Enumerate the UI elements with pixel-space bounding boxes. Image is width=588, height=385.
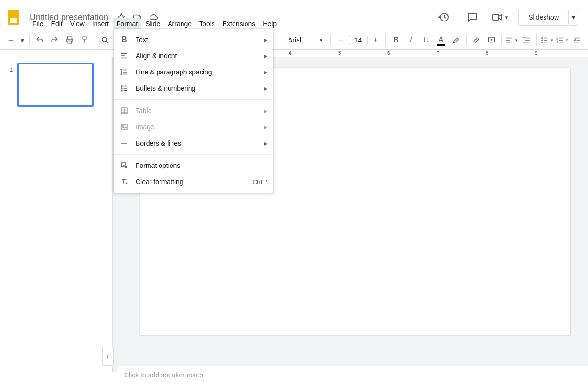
ruler-mark: 5 [338,51,341,56]
dropdown-format-options[interactable]: Format options [114,157,273,174]
history-icon[interactable] [434,8,453,27]
text-color-button[interactable]: A [434,33,449,47]
dropdown-clear-label: Clear formatting [136,178,183,186]
print-button[interactable] [63,33,77,47]
chevron-right-icon: ▶ [264,86,267,91]
menu-insert[interactable]: Insert [88,18,113,30]
decrease-indent-button[interactable] [570,33,584,47]
decrease-font-size-button[interactable]: − [333,33,348,47]
underline-button[interactable]: U [419,33,433,47]
svg-point-12 [542,42,543,43]
numbered-list-button[interactable]: 123▼ [555,33,569,47]
toolbar: ▾ Arial▼ − + B I U A ▼ ▼ 123▼ [0,31,588,50]
svg-point-16 [121,85,122,86]
chevron-right-icon: ▶ [264,141,267,146]
chevron-right-icon: ▶ [264,53,267,59]
meet-icon[interactable]: ▼ [492,8,509,27]
menu-tools[interactable]: Tools [195,18,219,30]
line-spacing-button[interactable] [520,33,534,47]
main-area: 1 ‹ [0,57,588,372]
font-family-select[interactable]: Arial▼ [284,34,327,46]
svg-rect-4 [493,14,499,20]
dropdown-clear-formatting[interactable]: Clear formatting Ctrl+\ [114,174,273,190]
menu-view[interactable]: View [66,18,88,30]
menu-arrange[interactable]: Arrange [164,18,195,30]
insert-link-button[interactable] [469,33,483,47]
dropdown-format-options-label: Format options [136,162,180,169]
dropdown-separator [114,99,273,100]
slideshow-dropdown-button[interactable]: ▾ [569,9,578,26]
undo-button[interactable] [32,33,47,47]
dropdown-table-label: Table [136,107,151,114]
slide-thumbnail-1[interactable] [17,63,94,107]
dropdown-align-indent[interactable]: Align & indent ▶ [114,48,273,64]
table-icon [119,106,129,115]
italic-button[interactable]: I [404,33,418,47]
dropdown-separator [114,154,273,155]
menu-edit[interactable]: Edit [47,18,66,30]
format-options-icon [119,161,129,170]
dropdown-spacing-label: Line & paragraph spacing [136,68,212,76]
svg-rect-20 [121,124,127,130]
menu-extensions[interactable]: Extensions [219,18,259,30]
bulleted-list-button[interactable]: ▼ [540,33,554,47]
dropdown-table: Table ▶ [114,103,273,119]
dropdown-borders-lines[interactable]: Borders & lines ▶ [114,135,273,151]
ruler-mark: 6 [387,51,390,56]
vertical-ruler [102,57,113,372]
zoom-button[interactable] [98,33,112,47]
dropdown-image: Image ▶ [114,119,273,135]
new-slide-button[interactable] [4,33,18,47]
bold-button[interactable]: B [389,33,403,47]
dropdown-line-spacing[interactable]: Line & paragraph spacing ▶ [114,64,273,80]
menu-file[interactable]: File [29,18,47,30]
format-dropdown-menu: B Text ▶ Align & indent ▶ Line & paragra… [114,29,273,193]
font-size-input[interactable] [349,35,368,45]
thumbnail-panel: 1 [0,57,102,372]
svg-rect-1 [10,18,17,23]
dropdown-borders-label: Borders & lines [136,139,181,147]
redo-button[interactable] [48,33,62,47]
speaker-notes-area[interactable]: Click to add speaker notes [117,366,588,385]
svg-point-21 [122,125,124,126]
svg-point-11 [542,40,543,41]
dropdown-text[interactable]: B Text ▶ [114,31,273,48]
svg-point-17 [121,88,122,89]
new-slide-dropdown[interactable]: ▾ [19,33,27,47]
dropdown-align-label: Align & indent [136,52,177,60]
dropdown-bullets-numbering[interactable]: Bullets & numbering ▶ [114,80,273,96]
ruler-mark: 7 [437,51,439,56]
align-button[interactable]: ▼ [504,33,519,47]
ruler-mark: 4 [289,51,292,56]
speaker-notes-placeholder: Click to add speaker notes [124,371,203,379]
menu-format[interactable]: Format [113,18,141,30]
font-name-label: Arial [288,36,301,44]
ruler-mark: 9 [535,51,538,56]
menu-help[interactable]: Help [259,18,280,30]
comments-icon[interactable] [463,8,482,27]
ruler-mark: 8 [486,51,489,56]
line-icon [119,138,129,148]
insert-comment-button[interactable] [484,33,499,47]
chevron-right-icon: ▶ [264,37,267,42]
svg-text:3: 3 [556,41,558,43]
chevron-right-icon: ▶ [264,108,267,114]
slide-number: 1 [10,66,13,73]
bold-icon: B [119,35,129,44]
collapse-thumbnails-button[interactable]: ‹ [102,347,114,366]
dropdown-bullets-label: Bullets & numbering [136,84,195,92]
svg-point-8 [102,37,107,42]
dropdown-image-label: Image [136,123,154,131]
dropdown-text-label: Text [136,36,148,43]
increase-font-size-button[interactable]: + [369,33,383,47]
dropdown-shortcut: Ctrl+\ [253,178,267,186]
paint-format-button[interactable] [78,33,92,47]
svg-point-18 [121,90,122,91]
align-icon [119,51,129,61]
bullets-icon [119,83,129,93]
menu-slide[interactable]: Slide [141,18,164,30]
svg-point-10 [542,38,543,39]
highlight-color-button[interactable] [449,33,463,47]
app-logo[interactable] [4,8,23,27]
slideshow-button[interactable]: Slideshow [518,9,569,26]
